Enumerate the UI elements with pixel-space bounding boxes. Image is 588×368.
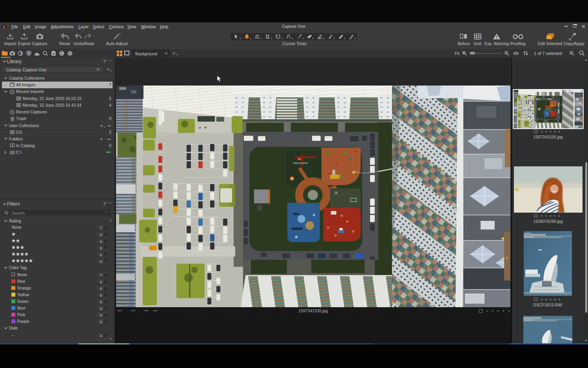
svg-text:1: 1: [3, 25, 5, 29]
